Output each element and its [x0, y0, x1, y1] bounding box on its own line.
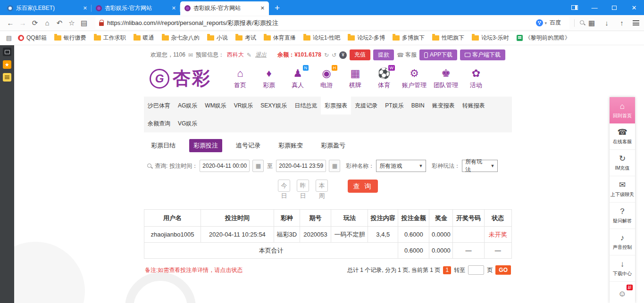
- report-tab[interactable]: AG娱乐: [174, 97, 201, 115]
- back-icon[interactable]: ←: [5, 19, 16, 27]
- sidebar-item[interactable]: ✉ 上下级聊天: [610, 176, 635, 203]
- mail-icon[interactable]: ✉: [188, 52, 193, 58]
- notes-icon[interactable]: [3, 73, 11, 82]
- game-select[interactable]: 所有游戏▼: [376, 160, 426, 172]
- report-tab[interactable]: 账变报表: [428, 97, 459, 115]
- report-tab[interactable]: SEXY娱乐: [257, 97, 291, 115]
- bookmark-item[interactable]: 暖通: [130, 33, 158, 44]
- nav-item[interactable]: ⚽ 体育 W: [373, 67, 395, 90]
- client-download-button[interactable]: 客户端下载: [460, 49, 505, 60]
- refresh-icon[interactable]: ⟳: [29, 19, 41, 27]
- nav-item[interactable]: ♚ 团队管理: [434, 67, 458, 90]
- upload-icon[interactable]: ↑: [618, 19, 626, 27]
- report-tab[interactable]: VG娱乐: [174, 115, 201, 132]
- nav-item[interactable]: ◉ 电游 H: [316, 67, 337, 90]
- bookmark-item[interactable]: 工作求职: [90, 33, 130, 44]
- browser-tab[interactable]: 杏彩娱乐-官方网站 ✕: [180, 1, 269, 15]
- nav-item[interactable]: ♦ 彩票: [258, 67, 280, 90]
- sync-icon[interactable]: ↺: [332, 52, 336, 58]
- bookmark-item[interactable]: 《黎明前的黑暗》: [513, 33, 574, 44]
- calendar-icon[interactable]: ▦: [329, 160, 340, 172]
- tab-close-icon[interactable]: ✕: [172, 5, 176, 11]
- download-icon[interactable]: ↓: [602, 19, 611, 27]
- close-window-button[interactable]: ✕: [624, 0, 644, 15]
- sidebar-item[interactable]: ☺ 新: [610, 282, 635, 303]
- bookmark-item[interactable]: 体育直播: [260, 33, 300, 44]
- search-engine-icon[interactable]: [536, 19, 543, 26]
- report-tab[interactable]: 彩票报表: [321, 97, 351, 115]
- bookmark-item[interactable]: 银行缴费: [50, 33, 90, 44]
- minimize-button[interactable]: —: [585, 0, 604, 15]
- forward-icon[interactable]: →: [17, 19, 28, 27]
- tab-close-icon[interactable]: ✕: [260, 5, 265, 11]
- sidebar-item[interactable]: ☎ 在线客服: [610, 123, 635, 150]
- menu-icon[interactable]: [633, 20, 639, 25]
- bookmarks-panel-icon[interactable]: ▤: [4, 34, 14, 41]
- browser-tab[interactable]: 乐百家(LEBET) ✕: [3, 1, 92, 15]
- bookmark-item[interactable]: 多博旗下: [389, 33, 428, 44]
- quick-range-button[interactable]: 今日: [278, 180, 290, 192]
- nav-item[interactable]: ⚙ 账户管理: [402, 67, 427, 90]
- report-tab[interactable]: 转账报表: [459, 97, 489, 115]
- tab-close-icon[interactable]: ✕: [83, 5, 87, 11]
- quick-range-button[interactable]: 本周: [316, 180, 328, 192]
- go-button[interactable]: GO: [495, 265, 511, 275]
- browser-tab[interactable]: 杏彩娱乐-官方网站 ✕: [92, 1, 180, 15]
- bookmark-item[interactable]: 性吧旗下: [428, 33, 468, 44]
- bookmark-item[interactable]: 论坛1-性吧: [300, 33, 344, 44]
- recharge-button[interactable]: 充值: [350, 49, 370, 60]
- lottery-subtab[interactable]: 彩票账变: [274, 139, 307, 152]
- report-tab[interactable]: BBIN: [408, 97, 428, 115]
- search-icon[interactable]: [579, 20, 585, 26]
- favorite-star-icon[interactable]: ☆: [66, 19, 77, 27]
- chevron-down-icon[interactable]: ▾: [544, 21, 547, 25]
- report-tab[interactable]: 充提记录: [351, 97, 381, 115]
- screenshot-icon[interactable]: [3, 48, 11, 56]
- lottery-subtab[interactable]: 彩票投注: [189, 139, 222, 152]
- report-tab[interactable]: 余额查询: [144, 115, 174, 132]
- sidebar-item[interactable]: ↓ 下载中心: [610, 255, 635, 282]
- time-from-input[interactable]: [200, 160, 250, 172]
- maximize-button[interactable]: [604, 0, 624, 15]
- withdraw-button[interactable]: 提款: [373, 49, 394, 60]
- nav-item[interactable]: ▦ 棋牌: [344, 67, 366, 90]
- report-tab[interactable]: 日结总览: [291, 97, 321, 115]
- bookmark-item[interactable]: QQ邮箱: [14, 33, 50, 44]
- nav-item[interactable]: ✿ 活动: [465, 67, 487, 90]
- nav-item[interactable]: ⌂ 首页: [229, 67, 251, 90]
- play-select[interactable]: 所有玩法▼: [462, 160, 498, 172]
- bookmark-item[interactable]: 论坛2-多博: [344, 33, 389, 44]
- sidebar-item[interactable]: ↻ IM充值: [610, 150, 635, 176]
- bookmark-item[interactable]: 考试: [232, 33, 260, 44]
- undo-icon[interactable]: ↶: [54, 19, 65, 27]
- lottery-subtab[interactable]: 彩票盈亏: [317, 139, 350, 152]
- favorites-star-icon[interactable]: ★: [3, 60, 11, 69]
- nav-item[interactable]: ♟ 真人 N: [287, 67, 309, 90]
- url-text[interactable]: https://nlibao.com/#/report/personal_rep…: [107, 19, 536, 27]
- new-tab-button[interactable]: +: [275, 3, 280, 12]
- report-tab[interactable]: PT娱乐: [381, 97, 407, 115]
- coin-icon[interactable]: ¥: [339, 51, 347, 59]
- goto-page-input[interactable]: [468, 265, 484, 275]
- app-download-button[interactable]: APP下载: [419, 49, 457, 60]
- site-logo[interactable]: G 杏彩: [150, 66, 211, 90]
- bookmark-item[interactable]: 论坛3-乐时: [468, 33, 513, 44]
- bookmark-item[interactable]: 杂七杂八的: [158, 33, 203, 44]
- sidebar-item[interactable]: ？ 疑问解答: [610, 203, 635, 229]
- search-button[interactable]: 查 询: [348, 180, 378, 193]
- reading-list-icon[interactable]: ▤: [78, 19, 90, 27]
- quick-range-button[interactable]: 昨日: [297, 180, 309, 192]
- logout-link[interactable]: 退出: [255, 51, 267, 59]
- lottery-subtab[interactable]: 追号记录: [232, 139, 265, 152]
- search-engine-label[interactable]: 百度: [550, 19, 561, 27]
- report-tab[interactable]: WM娱乐: [201, 97, 230, 115]
- url-field[interactable]: https://nlibao.com/#/report/personal_rep…: [95, 17, 569, 29]
- current-page-badge[interactable]: 1: [443, 266, 451, 274]
- report-tab[interactable]: VR娱乐: [230, 97, 257, 115]
- home-icon[interactable]: ⌂: [42, 19, 53, 27]
- calendar-icon[interactable]: ▦: [252, 160, 264, 172]
- lottery-subtab[interactable]: 彩票日结: [147, 139, 180, 152]
- side-panel-icon[interactable]: [565, 0, 585, 15]
- cell-status[interactable]: 未开奖: [484, 227, 512, 243]
- compatibility-mode-icon[interactable]: ▦: [587, 19, 596, 27]
